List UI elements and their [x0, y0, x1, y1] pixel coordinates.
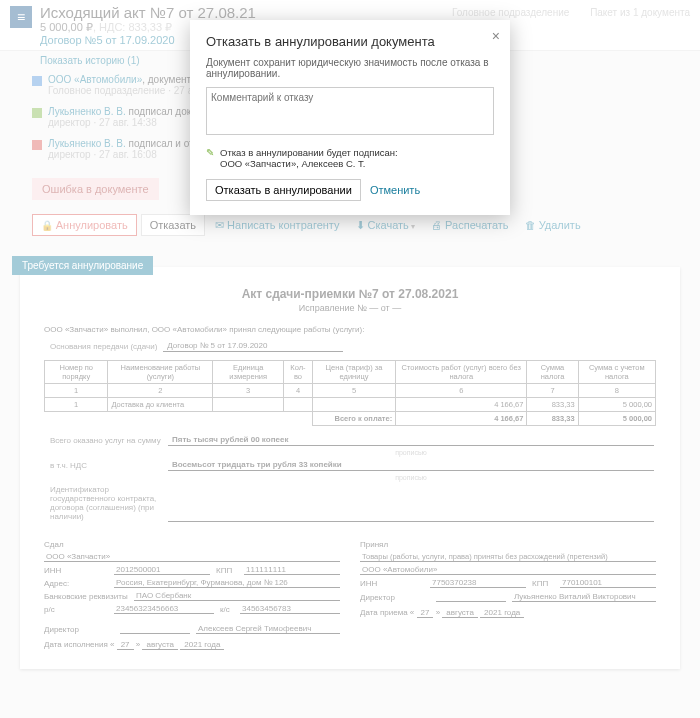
comment-input[interactable]: [206, 87, 494, 135]
modal-title: Отказать в аннулировании документа: [206, 34, 494, 49]
modal-overlay: × Отказать в аннулировании документа Док…: [0, 0, 700, 718]
reject-annul-modal: × Отказать в аннулировании документа Док…: [190, 20, 510, 215]
cancel-link[interactable]: Отменить: [370, 184, 420, 196]
modal-note: Документ сохранит юридическую значимость…: [206, 57, 494, 79]
submit-reject-button[interactable]: Отказать в аннулировании: [206, 179, 361, 201]
signature-icon: ✎: [206, 147, 214, 169]
close-icon[interactable]: ×: [492, 28, 500, 44]
